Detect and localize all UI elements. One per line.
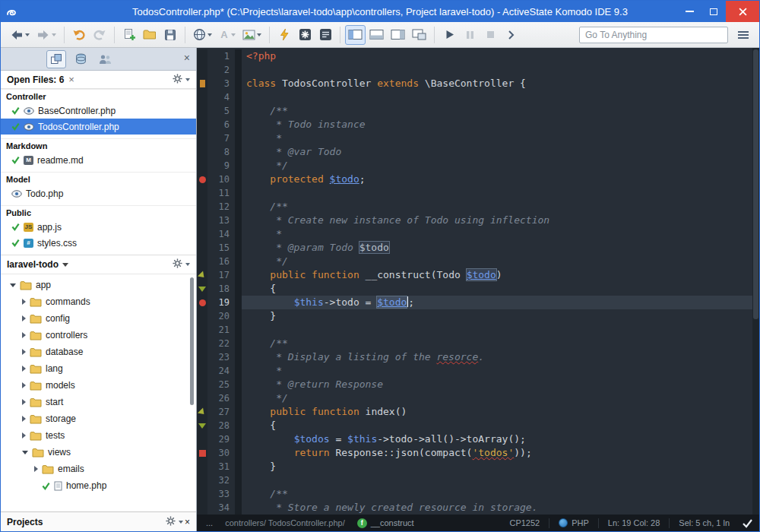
code-line[interactable]: 31 } xyxy=(197,460,759,473)
breakpoint-margin[interactable] xyxy=(197,405,207,419)
project-gear-dropdown-icon[interactable] xyxy=(185,263,190,266)
code-line[interactable]: 11 xyxy=(197,186,759,200)
lightning-button[interactable] xyxy=(274,25,294,45)
code-line[interactable]: 27 public function index() xyxy=(197,405,759,419)
tree-item-lang[interactable]: lang xyxy=(1,360,196,377)
breakpoint-margin[interactable] xyxy=(197,432,207,446)
projects-gear-dropdown-icon[interactable] xyxy=(179,521,183,524)
line-number[interactable]: 34 xyxy=(207,501,235,515)
line-number[interactable]: 21 xyxy=(207,323,235,337)
line-number[interactable]: 5 xyxy=(207,104,235,118)
disclosure-triangle-icon[interactable] xyxy=(22,416,26,422)
code-text[interactable]: { xyxy=(242,282,759,296)
line-number[interactable]: 14 xyxy=(207,227,235,241)
breakpoint-margin[interactable] xyxy=(197,391,207,405)
code-line[interactable]: 20 } xyxy=(197,309,759,323)
code-text[interactable]: public function __construct(Todo $todo) xyxy=(242,268,759,282)
projects-footer[interactable]: Projects × xyxy=(1,511,196,531)
breakpoint-margin[interactable] xyxy=(197,419,207,432)
code-line[interactable]: 4 xyxy=(197,90,759,104)
fold-margin[interactable] xyxy=(235,432,242,446)
editor-scrollbar-thumb[interactable] xyxy=(753,49,758,319)
line-number[interactable]: 22 xyxy=(207,337,235,350)
breakpoint-margin[interactable] xyxy=(197,77,207,90)
go-to-anything-input[interactable] xyxy=(579,27,728,43)
code-line[interactable]: 30 return Response::json(compact('todos'… xyxy=(197,446,759,460)
tree-item-config[interactable]: config xyxy=(1,310,196,327)
disclosure-triangle-icon[interactable] xyxy=(22,349,26,355)
fold-margin[interactable] xyxy=(235,200,242,214)
code-text[interactable]: class TodosController extends \BaseContr… xyxy=(242,77,759,90)
code-line[interactable]: 1<?php xyxy=(197,49,759,63)
open-file-item[interactable]: TodosController.php xyxy=(1,119,196,135)
open-file-item[interactable]: BaseController.php xyxy=(1,103,196,119)
code-line[interactable]: 21 xyxy=(197,323,759,337)
fold-margin[interactable] xyxy=(235,268,242,282)
chevron-more-button[interactable] xyxy=(501,25,521,45)
breakpoint-margin[interactable] xyxy=(197,241,207,255)
statusbar-function[interactable]: f __construct xyxy=(354,518,417,528)
code-text[interactable]: /** xyxy=(242,337,759,350)
line-number[interactable]: 25 xyxy=(207,378,235,391)
fold-margin[interactable] xyxy=(235,63,242,77)
fold-margin[interactable] xyxy=(235,364,242,378)
line-number[interactable]: 10 xyxy=(207,173,235,186)
line-number[interactable]: 28 xyxy=(207,419,235,432)
code-text[interactable]: * @var Todo xyxy=(242,145,759,159)
code-text[interactable] xyxy=(242,63,759,77)
breakpoint-pending-icon[interactable] xyxy=(199,450,206,457)
pane-close-icon[interactable]: × xyxy=(184,52,190,63)
project-dropdown-icon[interactable] xyxy=(62,263,68,267)
statusbar-position[interactable]: Ln: 19 Col: 28 xyxy=(605,518,663,527)
code-line[interactable]: 2 xyxy=(197,63,759,77)
font-button[interactable]: A xyxy=(216,25,239,45)
open-file-item[interactable]: JSapp.js xyxy=(1,219,196,235)
line-number[interactable]: 3 xyxy=(207,77,235,90)
code-line[interactable]: 26 */ xyxy=(197,391,759,405)
new-file-button[interactable] xyxy=(119,25,139,45)
code-text[interactable]: /** xyxy=(242,104,759,118)
fold-margin[interactable] xyxy=(235,487,242,501)
breakpoint-margin[interactable] xyxy=(197,282,207,296)
fold-margin[interactable] xyxy=(235,446,242,460)
breakpoint-icon[interactable] xyxy=(199,176,206,183)
close-button[interactable] xyxy=(726,1,759,22)
code-line[interactable]: 7 * xyxy=(197,131,759,145)
code-line[interactable]: 5 /** xyxy=(197,104,759,118)
breakpoint-margin[interactable] xyxy=(197,460,207,473)
code-line[interactable]: 15 * @param Todo $todo xyxy=(197,241,759,255)
code-text[interactable]: * Display a listing of the resorce. xyxy=(242,350,759,364)
code-line[interactable]: 12 /** xyxy=(197,200,759,214)
breakpoint-margin[interactable] xyxy=(197,63,207,77)
code-text[interactable]: protected $todo; xyxy=(242,173,759,186)
code-text[interactable]: } xyxy=(242,309,759,323)
code-text[interactable]: * xyxy=(242,364,759,378)
line-number[interactable]: 12 xyxy=(207,200,235,214)
section-arrow-icon[interactable] xyxy=(198,271,207,280)
line-number[interactable]: 26 xyxy=(207,391,235,405)
breakpoint-margin[interactable] xyxy=(197,364,207,378)
statusbar-overflow[interactable]: ... xyxy=(203,518,216,527)
maximize-button[interactable] xyxy=(701,1,726,22)
line-number[interactable]: 7 xyxy=(207,131,235,145)
statusbar-encoding[interactable]: CP1252 xyxy=(506,518,543,527)
breakpoint-margin[interactable] xyxy=(197,227,207,241)
code-line[interactable]: 6 * Todo instance xyxy=(197,118,759,131)
line-number[interactable]: 31 xyxy=(207,460,235,473)
code-text[interactable] xyxy=(242,186,759,200)
line-number[interactable]: 23 xyxy=(207,350,235,364)
macro-button[interactable] xyxy=(295,25,315,45)
line-number[interactable]: 13 xyxy=(207,214,235,227)
code-text[interactable]: * @param Todo $todo xyxy=(242,241,759,255)
code-line[interactable]: 23 * Display a listing of the resorce. xyxy=(197,350,759,364)
breakpoint-margin[interactable] xyxy=(197,131,207,145)
code-text[interactable]: public function index() xyxy=(242,405,759,419)
code-line[interactable]: 16 */ xyxy=(197,255,759,268)
breakpoint-margin[interactable] xyxy=(197,473,207,487)
code-text[interactable]: */ xyxy=(242,391,759,405)
statusbar-language[interactable]: PHP xyxy=(556,518,592,527)
breakpoint-margin[interactable] xyxy=(197,200,207,214)
line-number[interactable]: 18 xyxy=(207,282,235,296)
fold-margin[interactable] xyxy=(235,473,242,487)
breakpoint-margin[interactable] xyxy=(197,309,207,323)
